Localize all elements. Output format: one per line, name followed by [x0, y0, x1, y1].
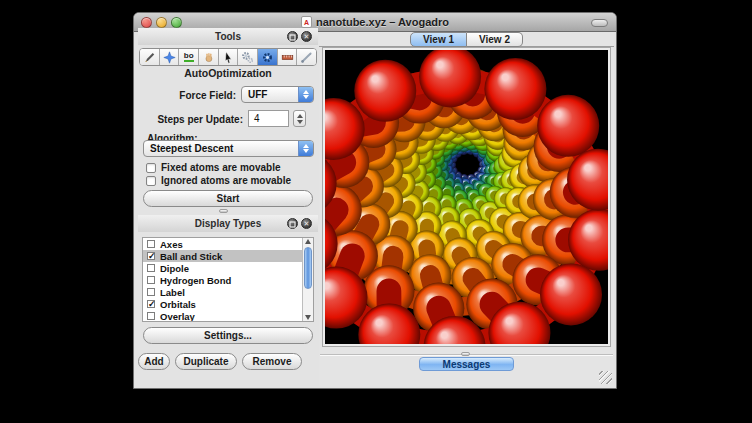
desktop: A nanotube.xyz – Avogadro Tools ✕	[0, 0, 752, 423]
duplicate-button[interactable]: Duplicate	[175, 353, 237, 370]
list-item-ball-and-stick[interactable]: ✓ Ball and Stick	[143, 250, 313, 262]
dock-close-icon[interactable]: ✕	[301, 31, 312, 42]
view-tabbar: View 1 View 2	[319, 32, 614, 47]
dock-float-icon[interactable]	[287, 31, 298, 42]
display-dock-title: Display Types	[195, 218, 262, 229]
tab-view-2[interactable]: View 2	[467, 32, 523, 47]
tool-tab-measure[interactable]	[278, 49, 298, 65]
toolbar-toggle-pill[interactable]	[591, 19, 608, 27]
fixed-atoms-checkbox-row[interactable]: Fixed atoms are movable	[146, 162, 281, 173]
document-icon: A	[301, 16, 312, 28]
remove-button[interactable]: Remove	[242, 353, 302, 370]
force-field-value: UFF	[242, 89, 298, 100]
list-scrollbar[interactable]	[302, 238, 313, 321]
ignored-atoms-checkbox-row[interactable]: Ignored atoms are movable	[146, 175, 291, 186]
list-item-orbitals[interactable]: ✓ Orbitals	[143, 298, 313, 310]
popup-arrows-icon	[298, 141, 313, 156]
item-checkbox[interactable]	[147, 288, 155, 296]
tool-selector: bo	[139, 48, 317, 66]
view-pane: View 1 View 2 Messages	[319, 32, 614, 386]
tool-tab-select[interactable]	[219, 49, 239, 65]
popup-arrows-icon	[298, 87, 313, 102]
display-dock-titlebar[interactable]: Display Types ✕	[138, 215, 318, 232]
list-item-hydrogen-bond[interactable]: Hydrogen Bond	[143, 274, 313, 286]
item-checkbox[interactable]: ✓	[147, 300, 155, 308]
gear-icon	[261, 51, 274, 64]
zoom-window-icon[interactable]	[171, 17, 182, 28]
resize-grip-icon[interactable]	[599, 371, 612, 384]
start-button[interactable]: Start	[143, 190, 313, 207]
messages-button[interactable]: Messages	[419, 357, 514, 371]
viewport-canvas[interactable]	[325, 50, 608, 344]
dock-close-icon[interactable]: ✕	[301, 218, 312, 229]
list-item-overlay[interactable]: Overlay	[143, 310, 313, 322]
avogadro-window: A nanotube.xyz – Avogadro Tools ✕	[133, 12, 617, 389]
steps-field[interactable]: 4	[248, 110, 289, 127]
algorithm-value: Steepest Descent	[144, 143, 298, 154]
gears-icon	[241, 51, 254, 64]
scroll-up-icon[interactable]	[305, 239, 311, 244]
dock-float-icon[interactable]	[287, 218, 298, 229]
tool-tab-autooptimize[interactable]	[258, 49, 278, 65]
close-window-icon[interactable]	[141, 17, 152, 28]
add-button[interactable]: Add	[138, 353, 170, 370]
minimize-window-icon[interactable]	[156, 17, 167, 28]
item-checkbox[interactable]	[147, 264, 155, 272]
pencil-icon	[143, 51, 156, 64]
force-field-label: Force Field:	[143, 90, 236, 101]
scroll-down-icon[interactable]	[305, 315, 311, 320]
tools-dock-title: Tools	[215, 31, 241, 42]
steps-stepper[interactable]	[293, 110, 306, 127]
force-field-popup[interactable]: UFF	[241, 86, 314, 103]
fixed-atoms-label: Fixed atoms are movable	[161, 162, 281, 173]
item-checkbox[interactable]	[147, 312, 155, 320]
tab-view-1[interactable]: View 1	[410, 32, 467, 47]
section-title: AutoOptimization	[138, 67, 318, 79]
fixed-atoms-checkbox[interactable]	[146, 163, 156, 173]
tool-tab-manipulate[interactable]	[199, 49, 219, 65]
ignored-atoms-label: Ignored atoms are movable	[161, 175, 291, 186]
navigate-star-icon	[163, 51, 176, 64]
ruler-icon	[281, 51, 294, 64]
dock-splitter-handle[interactable]	[219, 209, 228, 213]
item-checkbox[interactable]	[147, 240, 155, 248]
window-title: nanotube.xyz – Avogadro	[316, 16, 449, 28]
hand-icon	[202, 51, 215, 64]
display-types-list: Axes ✓ Ball and Stick Dipole Hydrogen Bo…	[142, 237, 314, 322]
gl-view-frame	[322, 47, 611, 347]
settings-button[interactable]: Settings...	[143, 327, 313, 344]
align-stick-icon	[300, 51, 313, 64]
list-item-axes[interactable]: Axes	[143, 238, 313, 250]
cursor-icon	[222, 51, 235, 64]
tools-dock: Tools ✕ bo	[138, 28, 318, 214]
tool-tab-autorotate[interactable]	[238, 49, 258, 65]
algorithm-popup[interactable]: Steepest Descent	[143, 140, 314, 157]
display-types-dock: Display Types ✕ Axes ✓ Ball and Stick	[138, 215, 318, 345]
item-checkbox[interactable]	[147, 276, 155, 284]
tool-tab-bond-centric[interactable]: bo	[179, 49, 199, 65]
tool-tab-navigate[interactable]	[160, 49, 180, 65]
list-item-dipole[interactable]: Dipole	[143, 262, 313, 274]
scrollbar-thumb[interactable]	[304, 247, 312, 289]
bond-order-icon: bo	[184, 52, 194, 62]
tool-tab-align[interactable]	[297, 49, 316, 65]
steps-label: Steps per Update:	[143, 114, 243, 125]
list-item-label[interactable]: Label	[143, 286, 313, 298]
tools-dock-titlebar[interactable]: Tools ✕	[138, 28, 318, 45]
ignored-atoms-checkbox[interactable]	[146, 176, 156, 186]
traffic-lights	[141, 17, 182, 28]
tool-tab-draw[interactable]	[140, 49, 160, 65]
messages-splitter-handle[interactable]	[461, 352, 470, 356]
item-checkbox[interactable]: ✓	[147, 252, 155, 260]
